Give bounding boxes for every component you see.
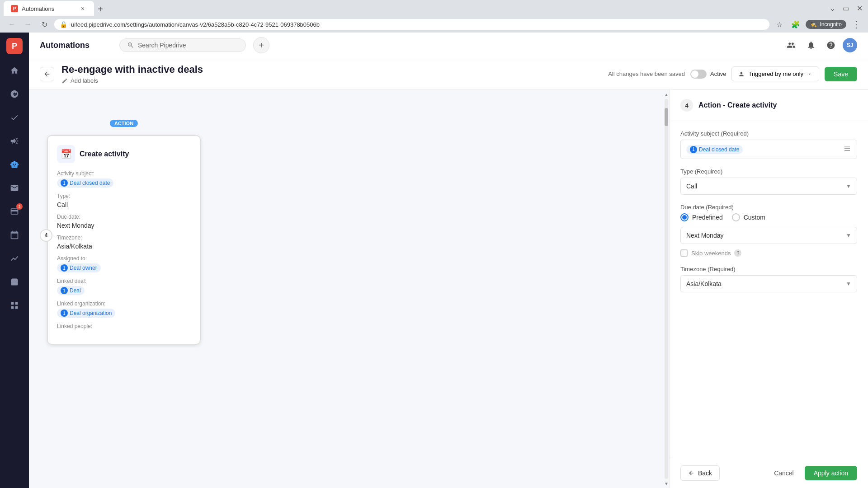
panel-step-number: 4 [680, 99, 693, 112]
back-icon [688, 470, 694, 476]
help-icon[interactable] [823, 37, 839, 53]
assigned-to-value: 1 Deal owner [57, 263, 191, 272]
new-tab-button[interactable]: + [94, 3, 107, 15]
active-toggle-wrapper: Active [690, 70, 726, 79]
activity-subject-form-label: Activity subject (Required) [680, 130, 857, 137]
timezone-select[interactable]: Asia/Kolkata ▼ [680, 275, 857, 292]
due-date-chevron-icon: ▼ [846, 232, 851, 239]
header-icons: SJ [783, 37, 857, 53]
extension-icon[interactable]: 🧩 [789, 18, 802, 31]
add-button[interactable]: + [253, 37, 269, 53]
tab-close-button[interactable]: × [79, 5, 87, 13]
due-date-value: Next Monday [57, 222, 191, 229]
bookmark-icon[interactable]: ☆ [773, 18, 786, 31]
timezone-select-value: Asia/Kolkata [686, 280, 722, 287]
sidebar-item-calendar[interactable] [4, 224, 25, 246]
sidebar-item-mail[interactable] [4, 177, 25, 199]
add-labels-button[interactable]: Add labels [61, 77, 203, 84]
skip-weekends-row: Skip weekends ? [680, 249, 857, 257]
skip-weekends-checkbox[interactable] [680, 249, 688, 257]
activity-subject-group: Activity subject (Required) 1 Deal close… [680, 130, 857, 159]
sidebar-item-billing[interactable]: 3 [4, 201, 25, 222]
type-select[interactable]: Call ▼ [680, 178, 857, 195]
active-toggle[interactable] [690, 70, 707, 79]
scroll-track[interactable] [665, 99, 668, 479]
browser-menu-button[interactable]: ⋮ [850, 17, 863, 32]
mail-icon [10, 183, 19, 192]
tab-close-icon[interactable]: ✕ [855, 2, 864, 14]
back-button[interactable] [40, 67, 54, 81]
linked-org-field: Linked organization: 1 Deal organization [57, 300, 191, 318]
back-nav-button[interactable]: ← [5, 18, 18, 31]
active-label: Active [710, 70, 726, 77]
search-placeholder: Search Pipedrive [138, 42, 186, 49]
active-tab[interactable]: P Automations × [4, 1, 94, 16]
linked-deal-field: Linked deal: 1 Deal [57, 278, 191, 295]
linked-org-label: Linked organization: [57, 300, 191, 307]
tag-num-4: 1 [61, 310, 68, 317]
scroll-thumb[interactable] [665, 108, 668, 126]
back-action-button[interactable]: Back [680, 465, 720, 481]
due-date-label: Due date: [57, 214, 191, 220]
save-button[interactable]: Save [825, 67, 857, 81]
address-bar[interactable]: 🔒 uifeed.pipedrive.com/settings/automati… [54, 19, 769, 30]
create-activity-icon: 📅 [57, 145, 75, 163]
step-number: 4 [40, 229, 52, 242]
action-badge: ACTION [110, 120, 138, 127]
due-date-form-group: Due date (Required) Predefined Custom [680, 204, 857, 244]
assigned-to-tag-text: Deal owner [70, 265, 97, 271]
search-bar[interactable]: Search Pipedrive [119, 38, 246, 52]
tab-minimize-icon[interactable]: ⌄ [828, 2, 837, 14]
skip-weekends-help-icon[interactable]: ? [734, 249, 741, 257]
action-card[interactable]: 📅 Create activity Activity subject: 1 De… [47, 135, 201, 345]
automation-top-bar: Re-engage with inactive deals Add labels… [29, 58, 868, 90]
app-title: Automations [40, 41, 112, 50]
user-avatar[interactable]: SJ [843, 38, 857, 52]
cancel-button[interactable]: Cancel [767, 466, 801, 480]
canvas-scrollbar[interactable]: ▲ ▼ [664, 90, 669, 488]
scroll-up-arrow[interactable]: ▲ [665, 91, 668, 98]
type-chevron-icon: ▼ [846, 183, 851, 189]
sidebar-item-home[interactable] [4, 60, 25, 81]
triggered-button[interactable]: Triggered by me only [731, 66, 819, 81]
predefined-label: Predefined [692, 214, 723, 221]
incognito-badge[interactable]: 🕵 Incognito [806, 20, 846, 29]
custom-label: Custom [744, 214, 765, 221]
sidebar-item-automations[interactable] [4, 154, 25, 175]
linked-org-tag-text: Deal organization [70, 310, 112, 316]
tab-restore-icon[interactable]: ▭ [841, 2, 851, 14]
activity-subject-input[interactable]: 1 Deal closed date [680, 140, 857, 159]
sidebar-item-integrations[interactable] [4, 295, 25, 316]
activity-subject-field: Activity subject: 1 Deal closed date [57, 170, 191, 188]
refresh-button[interactable]: ↻ [38, 18, 51, 31]
scroll-down-arrow[interactable]: ▼ [665, 480, 668, 487]
tag-num-3: 1 [61, 287, 68, 294]
type-select-value: Call [686, 183, 697, 190]
predefined-radio[interactable]: Predefined [680, 213, 723, 221]
forward-nav-button[interactable]: → [22, 18, 34, 31]
users-icon[interactable] [783, 37, 799, 53]
panel-title: Action - Create activity [698, 101, 777, 109]
due-date-select[interactable]: Next Monday ▼ [680, 227, 857, 244]
notification-icon[interactable] [803, 37, 819, 53]
sidebar-item-deals[interactable] [4, 83, 25, 105]
timezone-chevron-icon: ▼ [846, 281, 851, 287]
custom-radio[interactable]: Custom [732, 213, 765, 221]
type-form-label: Type (Required) [680, 168, 857, 175]
sidebar-item-products[interactable] [4, 271, 25, 293]
type-label: Type: [57, 193, 191, 199]
sidebar-item-tasks[interactable] [4, 107, 25, 128]
edit-icon [61, 78, 68, 84]
action-card-header: 📅 Create activity [57, 145, 191, 163]
linked-deal-label: Linked deal: [57, 278, 191, 284]
linked-people-field: Linked people: [57, 323, 191, 329]
lock-icon: 🔒 [60, 21, 67, 28]
apply-action-button[interactable]: Apply action [805, 466, 857, 480]
linked-deal-value: 1 Deal [57, 286, 191, 295]
app-logo[interactable]: P [6, 38, 23, 54]
input-options-icon[interactable] [843, 145, 851, 154]
search-icon [127, 42, 134, 49]
global-top-bar: Automations Search Pipedrive + SJ [29, 33, 868, 58]
sidebar-item-campaigns[interactable] [4, 130, 25, 152]
sidebar-item-reports[interactable] [4, 248, 25, 269]
